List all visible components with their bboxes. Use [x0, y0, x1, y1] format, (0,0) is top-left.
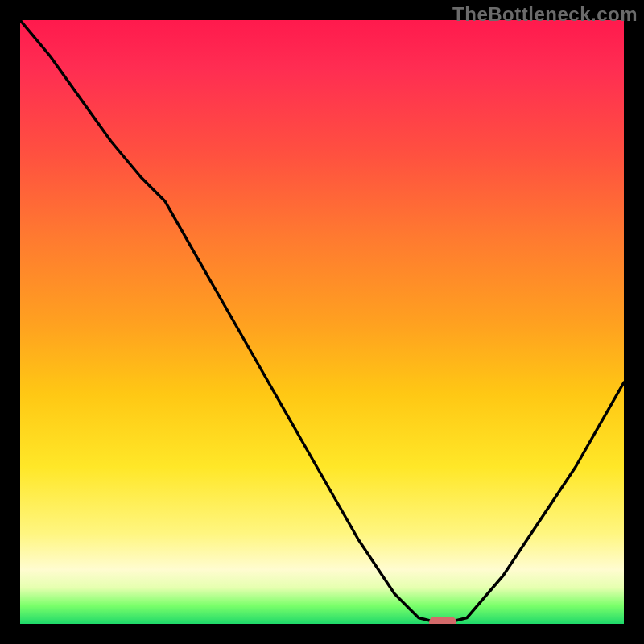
plot-area [20, 20, 624, 624]
chart-frame: TheBottleneck.com [0, 0, 644, 644]
watermark-text: TheBottleneck.com [452, 3, 638, 26]
bottleneck-curve [20, 20, 624, 624]
optimal-marker [429, 617, 456, 624]
